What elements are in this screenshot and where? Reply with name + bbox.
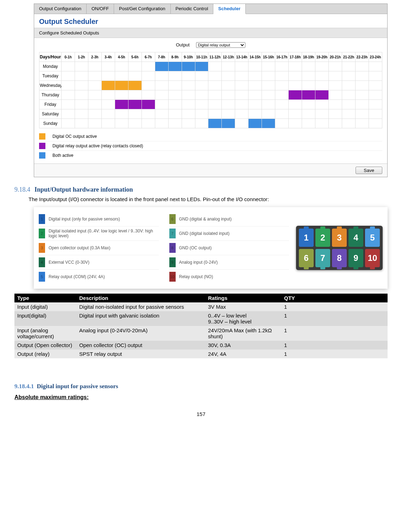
schedule-cell[interactable] [62,62,75,71]
schedule-cell[interactable] [302,81,315,90]
schedule-cell[interactable] [115,119,128,128]
schedule-cell[interactable] [128,81,142,90]
schedule-cell[interactable] [88,81,101,90]
schedule-cell[interactable] [88,71,101,81]
tab-periodic-control[interactable]: Periodic Control [171,4,214,14]
schedule-cell[interactable] [355,119,369,128]
schedule-cell[interactable] [262,109,275,119]
schedule-cell[interactable] [88,109,101,119]
schedule-cell[interactable] [208,90,222,100]
schedule-cell[interactable] [62,100,75,109]
tab-scheduler[interactable]: Scheduler [213,4,246,14]
schedule-cell[interactable] [115,71,128,81]
schedule-cell[interactable] [275,119,289,128]
schedule-cell[interactable] [222,62,235,71]
schedule-cell[interactable] [289,119,302,128]
schedule-cell[interactable] [249,119,262,128]
schedule-cell[interactable] [235,90,249,100]
schedule-cell[interactable] [222,109,235,119]
schedule-cell[interactable] [75,71,88,81]
schedule-cell[interactable] [182,119,195,128]
schedule-cell[interactable] [168,90,182,100]
schedule-cell[interactable] [62,71,75,81]
schedule-cell[interactable] [155,71,168,81]
schedule-cell[interactable] [329,81,342,90]
schedule-cell[interactable] [182,71,195,81]
schedule-cell[interactable] [235,100,249,109]
schedule-cell[interactable] [142,71,155,81]
schedule-cell[interactable] [115,109,128,119]
schedule-cell[interactable] [262,119,275,128]
schedule-cell[interactable] [369,71,382,81]
schedule-cell[interactable] [75,100,88,109]
schedule-cell[interactable] [128,62,142,71]
schedule-cell[interactable] [249,109,262,119]
schedule-cell[interactable] [289,109,302,119]
schedule-cell[interactable] [182,90,195,100]
schedule-cell[interactable] [342,100,356,109]
schedule-cell[interactable] [168,81,182,90]
schedule-cell[interactable] [302,71,315,81]
schedule-cell[interactable] [235,119,249,128]
schedule-cell[interactable] [208,81,222,90]
schedule-cell[interactable] [329,62,342,71]
schedule-cell[interactable] [101,90,115,100]
schedule-cell[interactable] [168,100,182,109]
schedule-cell[interactable] [115,90,128,100]
schedule-cell[interactable] [342,71,356,81]
schedule-cell[interactable] [88,62,101,71]
schedule-cell[interactable] [128,109,142,119]
schedule-cell[interactable] [101,109,115,119]
schedule-cell[interactable] [195,81,208,90]
schedule-cell[interactable] [101,119,115,128]
schedule-cell[interactable] [355,71,369,81]
schedule-cell[interactable] [302,100,315,109]
schedule-cell[interactable] [75,119,88,128]
schedule-cell[interactable] [369,90,382,100]
schedule-cell[interactable] [302,90,315,100]
schedule-cell[interactable] [355,62,369,71]
schedule-cell[interactable] [235,81,249,90]
schedule-cell[interactable] [88,119,101,128]
schedule-cell[interactable] [355,90,369,100]
output-select[interactable]: Digital relay output [196,42,245,48]
schedule-cell[interactable] [275,109,289,119]
schedule-cell[interactable] [342,62,356,71]
schedule-cell[interactable] [342,81,356,90]
schedule-cell[interactable] [155,100,168,109]
schedule-cell[interactable] [182,100,195,109]
schedule-cell[interactable] [101,81,115,90]
schedule-cell[interactable] [302,62,315,71]
schedule-cell[interactable] [195,71,208,81]
tab-post-get-configuration[interactable]: Post/Get Configuration [114,4,171,14]
schedule-cell[interactable] [275,71,289,81]
schedule-cell[interactable] [302,119,315,128]
schedule-cell[interactable] [249,81,262,90]
schedule-cell[interactable] [62,81,75,90]
schedule-cell[interactable] [235,62,249,71]
schedule-cell[interactable] [115,62,128,71]
schedule-cell[interactable] [142,62,155,71]
schedule-cell[interactable] [88,100,101,109]
schedule-cell[interactable] [355,109,369,119]
schedule-cell[interactable] [168,62,182,71]
tab-on-off[interactable]: ON/OFF [87,4,114,14]
schedule-cell[interactable] [315,109,329,119]
schedule-cell[interactable] [168,119,182,128]
schedule-cell[interactable] [142,90,155,100]
schedule-cell[interactable] [222,81,235,90]
schedule-cell[interactable] [75,62,88,71]
schedule-cell[interactable] [101,71,115,81]
schedule-cell[interactable] [315,90,329,100]
schedule-cell[interactable] [315,81,329,90]
schedule-cell[interactable] [195,100,208,109]
schedule-cell[interactable] [182,62,195,71]
schedule-cell[interactable] [182,81,195,90]
schedule-cell[interactable] [62,119,75,128]
schedule-cell[interactable] [315,119,329,128]
schedule-cell[interactable] [208,100,222,109]
schedule-cell[interactable] [222,100,235,109]
schedule-cell[interactable] [342,119,356,128]
schedule-cell[interactable] [142,119,155,128]
schedule-cell[interactable] [355,100,369,109]
